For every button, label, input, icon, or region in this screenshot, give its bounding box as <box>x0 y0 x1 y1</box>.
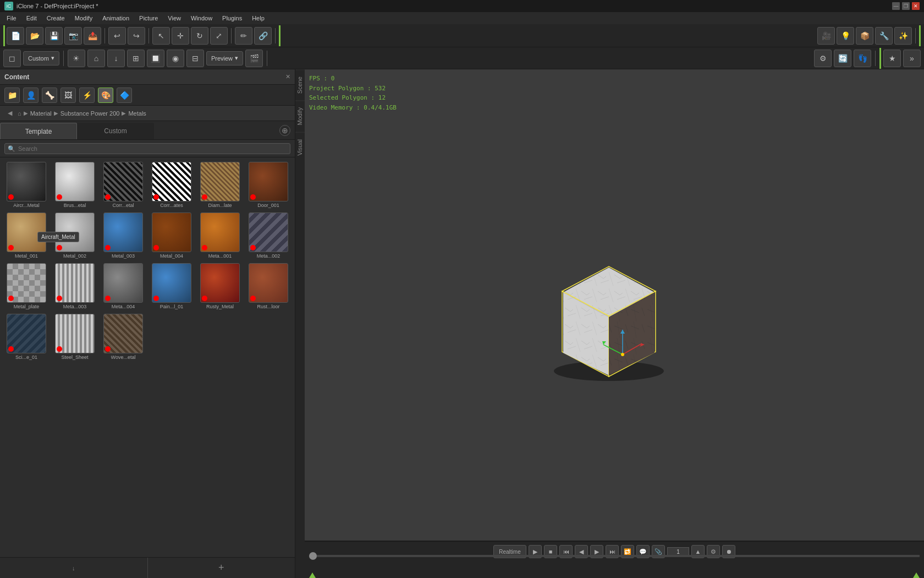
menu-modify[interactable]: Modify <box>70 14 97 23</box>
save-button[interactable]: 💾 <box>45 27 63 45</box>
material-item[interactable]: Aircr...Metal <box>3 161 50 209</box>
material-item[interactable]: Steel_Sheet <box>52 313 98 361</box>
material-item[interactable]: Metal_004 <box>148 211 195 260</box>
camera-button[interactable]: 🎥 <box>817 27 835 45</box>
material-item[interactable]: Sci...e_01 <box>3 313 50 361</box>
preview-dropdown[interactable]: Preview ▾ <box>206 51 243 66</box>
avatar-btn[interactable]: 👤 <box>23 88 38 103</box>
tab-custom[interactable]: Custom <box>77 123 154 139</box>
content-close-btn[interactable]: ✕ <box>285 73 290 80</box>
import-btn[interactable]: ↓ <box>107 50 125 67</box>
menu-help[interactable]: Help <box>248 14 269 23</box>
open-button[interactable]: 📂 <box>26 27 43 45</box>
move-button[interactable]: ✛ <box>172 27 189 45</box>
close-button[interactable]: ✕ <box>912 2 920 10</box>
export-button[interactable]: 📤 <box>84 27 101 45</box>
material-item[interactable]: Metal_plate <box>3 262 50 310</box>
polygon-stat: Project Polygon : 532 <box>309 84 397 94</box>
pivot-btn[interactable]: ◉ <box>167 50 184 67</box>
particle-button[interactable]: ✨ <box>894 27 912 45</box>
image-btn[interactable]: 🖼 <box>61 88 76 103</box>
timeline-handle[interactable] <box>309 552 317 560</box>
anim-btn-3[interactable]: 👣 <box>854 50 871 67</box>
search-input[interactable] <box>4 143 290 154</box>
morph-button[interactable]: 🔧 <box>875 27 893 45</box>
menu-edit[interactable]: Edit <box>22 14 41 23</box>
grid-btn[interactable]: ⊟ <box>186 50 204 67</box>
record-btn[interactable]: 🎬 <box>245 50 263 67</box>
capture-button[interactable]: 📷 <box>64 27 82 45</box>
timeline-controls: Realtime ▶ ■ ⏮ ◀ ▶ ⏭ 🔁 💬 📎 ▲ ⚙ ⏺ <box>305 542 924 561</box>
anim-btn-2[interactable]: 🔄 <box>834 50 851 67</box>
material-btn[interactable]: 🎨 <box>98 88 113 103</box>
side-tab-visual[interactable]: Visual <box>295 132 305 162</box>
breadcrumb-substance[interactable]: Substance Power 200 <box>61 110 120 117</box>
material-item[interactable]: Meta...004 <box>100 262 146 310</box>
material-item[interactable]: Rusty_Metal <box>197 262 243 310</box>
menu-picture[interactable]: Picture <box>135 14 162 23</box>
side-tab-scene[interactable]: Scene <box>295 69 305 100</box>
material-item[interactable]: Metal_003 <box>100 211 146 260</box>
material-item[interactable]: Rust...loor <box>245 262 292 310</box>
material-item[interactable]: Corr...ates <box>148 161 195 209</box>
menu-view[interactable]: View <box>163 14 185 23</box>
side-tab-modify[interactable]: Modify <box>295 100 305 132</box>
sep2-1 <box>63 51 64 66</box>
material-item[interactable]: Door_001 <box>245 161 292 209</box>
star-btn[interactable]: ★ <box>883 50 901 67</box>
material-item[interactable]: Diam...late <box>197 161 243 209</box>
bone-btn[interactable]: 🦴 <box>42 88 57 103</box>
menu-window[interactable]: Window <box>186 14 217 23</box>
material-item[interactable]: Brus...etal <box>52 161 98 209</box>
material-item[interactable]: Corr...etal <box>100 161 146 209</box>
maximize-button[interactable]: ❐ <box>902 2 910 10</box>
light-button[interactable]: 💡 <box>837 27 854 45</box>
new-button[interactable]: 📄 <box>7 27 24 45</box>
breadcrumb-metals[interactable]: Metals <box>128 110 146 117</box>
material-label: Pain...l_01 <box>160 304 184 309</box>
material-item[interactable]: Meta...003 <box>52 262 98 310</box>
sun-button[interactable]: ☀ <box>68 50 85 67</box>
material-label: Sci...e_01 <box>15 355 37 360</box>
viewport-mode-btn[interactable]: ◻ <box>3 50 21 67</box>
home-button[interactable]: ⌂ <box>87 50 105 67</box>
scene-btn[interactable]: 🔷 <box>117 88 132 103</box>
scale-button[interactable]: ⤢ <box>210 27 228 45</box>
material-item[interactable]: Meta...001 <box>197 211 243 260</box>
material-label: Rusty_Metal <box>206 304 234 309</box>
extra-btn[interactable]: » <box>903 50 921 67</box>
download-button[interactable]: ↓ <box>0 558 148 578</box>
rotate-button[interactable]: ↻ <box>191 27 208 45</box>
edit-mode-btn[interactable]: ✏ <box>235 27 252 45</box>
menu-animation[interactable]: Animation <box>98 14 134 23</box>
anim-btn-1[interactable]: ⚙ <box>814 50 832 67</box>
viewport[interactable]: FPS : 0 Project Polygon : 532 Selected P… <box>305 69 924 578</box>
breadcrumb-home-icon[interactable]: ⌂ <box>18 110 21 117</box>
minimize-button[interactable]: — <box>892 2 900 10</box>
material-label: Aircr...Metal <box>13 203 40 208</box>
snap-btn[interactable]: 🔲 <box>147 50 164 67</box>
material-item[interactable]: Meta...002 <box>245 211 292 260</box>
link-button[interactable]: 🔗 <box>254 27 272 45</box>
files-btn[interactable]: 📁 <box>4 88 20 103</box>
particle-icon-btn[interactable]: ⚡ <box>79 88 95 103</box>
breadcrumb-back-btn[interactable]: ◀ <box>4 108 15 119</box>
timeline: Realtime ▶ ■ ⏮ ◀ ▶ ⏭ 🔁 💬 📎 ▲ ⚙ ⏺ <box>305 541 924 578</box>
menu-plugins[interactable]: Plugins <box>218 14 246 23</box>
breadcrumb-material[interactable]: Material <box>30 110 52 117</box>
material-indicator <box>202 245 207 250</box>
timeline-slider[interactable] <box>309 555 920 557</box>
tab-options-btn[interactable]: ⊕ <box>279 125 290 136</box>
mode-dropdown[interactable]: Custom ▾ <box>23 51 59 66</box>
prop-button[interactable]: 📦 <box>856 27 873 45</box>
redo-button[interactable]: ↪ <box>128 27 145 45</box>
menu-file[interactable]: File <box>2 14 21 23</box>
add-button[interactable]: + <box>148 558 295 578</box>
select-button[interactable]: ↖ <box>152 27 170 45</box>
undo-button[interactable]: ↩ <box>108 27 126 45</box>
menu-create[interactable]: Create <box>42 14 69 23</box>
material-item[interactable]: Wove...etal <box>100 313 146 361</box>
frame-btn[interactable]: ⊞ <box>127 50 145 67</box>
tab-template[interactable]: Template <box>0 123 77 139</box>
material-item[interactable]: Pain...l_01 <box>148 262 195 310</box>
